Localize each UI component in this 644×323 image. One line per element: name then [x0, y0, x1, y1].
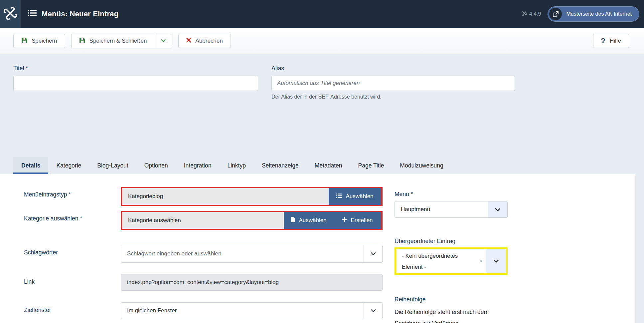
category-label: Kategorie auswählen * — [24, 211, 121, 222]
save-label: Speichern — [32, 38, 57, 44]
menu-item-type-select-button[interactable]: Auswählen — [329, 188, 381, 205]
external-link-icon — [549, 8, 562, 20]
link-label: Link — [24, 274, 121, 285]
help-label: Hilfe — [610, 38, 621, 44]
menu-item-type-select-label: Auswählen — [346, 193, 373, 200]
chevron-down-icon[interactable] — [364, 303, 382, 319]
menu-select-value: Hauptmenü — [395, 201, 488, 217]
alias-field-label: Alias — [271, 65, 515, 72]
site-preview-label: Musterseite des AK Internet — [566, 11, 632, 17]
parent-item-value: - Kein übergeordnetes Element - — [397, 249, 475, 273]
tab-page-title[interactable]: Page Title — [350, 157, 392, 174]
title-field-label: Titel * — [13, 65, 258, 72]
admin-header-bar: Menüs: Neuer Eintrag 4.4.9 — [0, 0, 644, 28]
chevron-down-icon — [160, 38, 166, 45]
category-create-label: Erstellen — [351, 217, 373, 224]
menu-list-icon — [28, 10, 37, 18]
details-tab-panel: Menüeintragstyp * A — [0, 174, 635, 323]
menu-item-type-value — [122, 188, 329, 205]
help-button[interactable]: ? Hilfe — [593, 34, 629, 48]
save-options-dropdown-toggle[interactable] — [155, 34, 172, 48]
version-badge: 4.4.9 — [522, 11, 541, 17]
menu-select-label: Menü * — [395, 191, 508, 198]
question-mark-icon: ? — [601, 37, 605, 45]
save-close-split-button: Speichern & Schließen — [71, 34, 172, 48]
ordering-help-text: Die Reihenfolge steht erst nach dem Spei… — [395, 306, 508, 323]
link-value — [121, 274, 383, 291]
main-content: Titel * Alias Der Alias der in der SEF-A… — [0, 54, 644, 323]
category-value — [122, 212, 284, 229]
tab-integration[interactable]: Integration — [176, 157, 220, 174]
chevron-down-icon[interactable] — [364, 245, 382, 262]
action-toolbar: Speichern Speichern & Schließen Abbreche… — [0, 28, 644, 54]
tags-combobox — [121, 245, 383, 263]
chevron-down-icon[interactable] — [488, 201, 507, 217]
tab-optionen[interactable]: Optionen — [136, 157, 176, 174]
annotation-yellow-box-parent-item: - Kein übergeordnetes Element - × — [395, 247, 508, 275]
tab-blog-layout[interactable]: Blog-Layout — [89, 157, 136, 174]
annotation-red-box-menu-item-type: Auswählen — [121, 187, 383, 206]
cancel-button[interactable]: Abbrechen — [178, 34, 231, 48]
joomla-version-icon — [522, 11, 527, 17]
menu-item-type-label: Menüeintragstyp * — [24, 187, 121, 198]
file-icon — [291, 217, 295, 224]
tab-metadaten[interactable]: Metadaten — [307, 157, 350, 174]
category-select-button[interactable]: Auswählen — [284, 212, 334, 229]
tab-seitenanzeige[interactable]: Seitenanzeige — [254, 157, 307, 174]
ordering-label: Reihenfolge — [395, 296, 508, 303]
list-icon — [336, 193, 342, 200]
category-select-label: Auswählen — [299, 217, 326, 224]
target-window-select[interactable]: Im gleichen Fenster — [121, 302, 383, 319]
title-input[interactable] — [13, 76, 258, 91]
site-preview-button[interactable]: Musterseite des AK Internet — [548, 6, 639, 22]
chevron-down-icon[interactable] — [486, 249, 506, 273]
item-settings-sidebar: Menü * Hauptmenü Übergeordneter Eintrag … — [395, 187, 508, 323]
save-icon — [79, 37, 85, 45]
save-button[interactable]: Speichern — [13, 34, 65, 48]
alias-input[interactable] — [271, 76, 515, 91]
save-close-button[interactable]: Speichern & Schließen — [72, 34, 155, 48]
plus-icon — [342, 217, 347, 224]
tags-input[interactable] — [121, 245, 364, 262]
annotation-red-box-category: Auswählen Erstellen — [121, 211, 383, 230]
clear-selection-icon[interactable]: × — [475, 249, 486, 273]
target-window-label: Zielfenster — [24, 302, 121, 314]
save-icon — [21, 37, 27, 45]
target-window-value: Im gleichen Fenster — [121, 303, 364, 319]
category-create-button[interactable]: Erstellen — [334, 212, 381, 229]
version-text: 4.4.9 — [529, 11, 541, 17]
tab-linktyp[interactable]: Linktyp — [219, 157, 253, 174]
save-close-label: Speichern & Schließen — [89, 38, 147, 44]
form-tabbar: Details Kategorie Blog-Layout Optionen I… — [0, 157, 635, 174]
page-title-text: Menüs: Neuer Eintrag — [42, 10, 118, 18]
joomla-logo-icon — [4, 7, 17, 21]
page-title: Menüs: Neuer Eintrag — [28, 10, 118, 18]
tab-modulzuweisung[interactable]: Modulzuweisung — [392, 157, 451, 174]
menu-select[interactable]: Hauptmenü — [395, 201, 508, 218]
cancel-label: Abbrechen — [196, 38, 223, 44]
tab-kategorie[interactable]: Kategorie — [48, 157, 89, 174]
tab-details[interactable]: Details — [13, 157, 48, 174]
tags-label: Schlagwörter — [24, 245, 121, 256]
joomla-logo[interactable] — [0, 0, 21, 28]
parent-item-select[interactable]: - Kein übergeordnetes Element - × — [396, 249, 506, 273]
parent-item-label: Übergeordneter Eintrag — [395, 238, 508, 245]
cancel-x-icon — [186, 38, 191, 44]
alias-help-text: Der Alias der in der SEF-Adresse benutzt… — [271, 94, 515, 100]
